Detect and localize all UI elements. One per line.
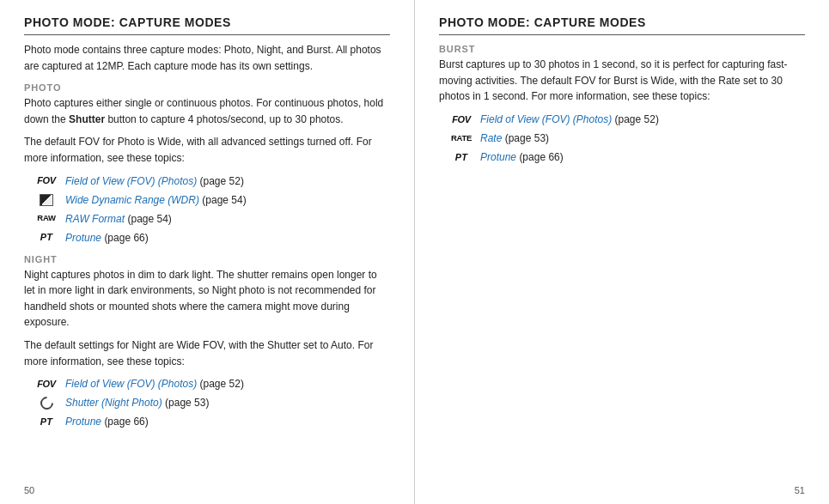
photo-fov-page: (page 52) (200, 173, 244, 189)
photo-topic-protune: PT Protune (page 66) (33, 230, 390, 246)
photo-wdr-link[interactable]: Wide Dynamic Range (WDR) (65, 192, 199, 208)
photo-topic-wdr: Wide Dynamic Range (WDR) (page 54) (33, 192, 390, 208)
burst-topic-protune: PT Protune (page 66) (448, 149, 805, 165)
burst-fov-link[interactable]: Field of View (FOV) (Photos) (480, 112, 612, 127)
burst-rate-page: (page 53) (505, 131, 549, 146)
right-page-title: PHOTO MODE: CAPTURE MODES (439, 15, 805, 35)
pt-icon-burst: PT (448, 149, 475, 165)
photo-section-body: Photo captures either single or continuo… (24, 95, 390, 127)
photo-raw-link[interactable]: RAW Format (65, 211, 125, 227)
night-topic-shutter: Shutter (Night Photo) (page 53) (33, 395, 390, 410)
wdr-icon (33, 192, 60, 208)
photo-protune-link[interactable]: Protune (65, 230, 101, 246)
burst-protune-link[interactable]: Protune (480, 149, 516, 165)
burst-topic-rate: RATE Rate (page 53) (448, 131, 805, 146)
photo-fov-link[interactable]: Field of View (FOV) (Photos) (65, 173, 197, 189)
burst-rate-link[interactable]: Rate (480, 131, 502, 146)
photo-raw-page: (page 54) (127, 211, 171, 227)
night-section-body: Night captures photos in dim to dark lig… (24, 267, 390, 331)
fov-icon-burst: FOV (448, 112, 475, 127)
burst-section-label: BURST (439, 44, 805, 54)
burst-section-body: Burst captures up to 30 photos in 1 seco… (439, 57, 805, 105)
night-shutter-link[interactable]: Shutter (Night Photo) (65, 395, 162, 410)
photo-section-label: PHOTO (24, 82, 390, 93)
rate-icon: RATE (448, 131, 475, 146)
left-page-number: 50 (24, 485, 34, 495)
pt-icon-night: PT (33, 414, 60, 429)
photo-protune-page: (page 66) (104, 230, 148, 246)
left-page-title: PHOTO MODE: CAPTURE MODES (24, 15, 390, 35)
left-page-intro: Photo mode contains three capture modes:… (24, 42, 390, 74)
night-topics: FOV Field of View (FOV) (Photos) (page 5… (33, 376, 390, 429)
fov-icon: FOV (33, 173, 60, 189)
right-page-number: 51 (795, 485, 805, 495)
photo-wdr-page: (page 54) (202, 192, 246, 208)
night-topic-protune: PT Protune (page 66) (33, 414, 390, 429)
night-topic-fov: FOV Field of View (FOV) (Photos) (page 5… (33, 376, 390, 392)
night-fov-page: (page 52) (200, 376, 244, 392)
burst-topics: FOV Field of View (FOV) (Photos) (page 5… (448, 112, 805, 165)
shutter-icon (33, 395, 60, 410)
night-shutter-page: (page 53) (165, 395, 209, 410)
burst-topic-fov: FOV Field of View (FOV) (Photos) (page 5… (448, 112, 805, 127)
photo-default-text: The default FOV for Photo is Wide, with … (24, 134, 390, 166)
photo-topic-raw: RAW RAW Format (page 54) (33, 211, 390, 227)
photo-topics: FOV Field of View (FOV) (Photos) (page 5… (33, 173, 390, 246)
night-protune-page: (page 66) (104, 414, 148, 429)
raw-icon: RAW (33, 211, 60, 227)
burst-fov-page: (page 52) (615, 112, 659, 127)
night-section-label: NIGHT (24, 254, 390, 264)
burst-protune-page: (page 66) (519, 149, 563, 165)
photo-topic-fov: FOV Field of View (FOV) (Photos) (page 5… (33, 173, 390, 189)
pt-icon-photo: PT (33, 230, 60, 246)
night-fov-link[interactable]: Field of View (FOV) (Photos) (65, 376, 197, 392)
night-protune-link[interactable]: Protune (65, 414, 101, 429)
fov-icon-night: FOV (33, 376, 60, 392)
night-default-text: The default settings for Night are Wide … (24, 337, 390, 369)
